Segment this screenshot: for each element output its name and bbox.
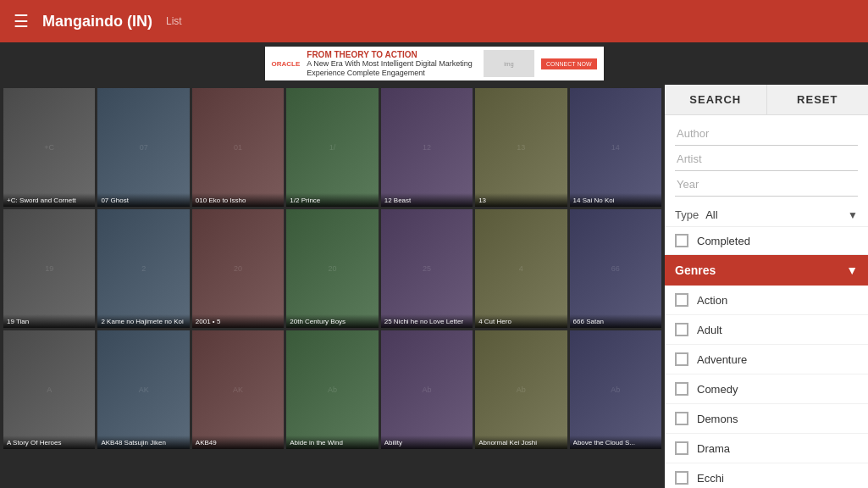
genre-checkbox-drama[interactable] (675, 441, 688, 455)
genre-label-action: Action (697, 294, 727, 307)
artist-input[interactable] (675, 147, 858, 171)
genre-item-ecchi[interactable]: Ecchi (665, 463, 868, 488)
manga-card-image: Ab (286, 330, 378, 449)
genre-checkbox-adventure[interactable] (675, 352, 688, 366)
manga-card-title: Abnormal Kei Joshi (478, 439, 563, 446)
manga-card-image: AK (97, 330, 189, 449)
manga-card[interactable]: 1919 Tian (3, 209, 95, 328)
manga-card[interactable]: AbAbide in the Wind (286, 330, 378, 449)
manga-card-overlay: 13 (475, 193, 567, 207)
manga-card[interactable]: 1313 (475, 88, 567, 207)
genre-item-action[interactable]: Action (665, 286, 868, 315)
manga-card-image: 01 (192, 88, 284, 207)
manga-card-title: 19 Tian (7, 318, 91, 325)
manga-card-image: 13 (475, 88, 567, 207)
manga-card-title: AKB49 (196, 439, 280, 446)
type-dropdown-arrow[interactable]: ▼ (848, 209, 858, 221)
manga-card-image: Ab (570, 330, 661, 449)
manga-card[interactable]: 1212 Beast (381, 88, 473, 207)
search-sidebar: SEARCH RESET Type All ▼ Completed Genres… (665, 85, 868, 488)
manga-card-overlay: 14 Sai No Koi (570, 193, 661, 207)
menu-icon[interactable]: ☰ (14, 11, 29, 31)
genre-item-demons[interactable]: Demons (665, 404, 868, 434)
manga-card[interactable]: 01010 Eko to Issho (192, 88, 284, 207)
type-select[interactable]: All (705, 208, 841, 221)
manga-card[interactable]: AbAbility (381, 330, 473, 449)
main-content: +C+C: Sword and Cornett0707 Ghost01010 E… (0, 85, 868, 488)
manga-card-overlay: +C: Sword and Cornett (3, 193, 95, 207)
manga-card-title: 25 Nichi he no Love Letter (384, 318, 469, 325)
manga-card-title: 14 Sai No Koi (573, 197, 658, 204)
manga-card-title: 2001 • 5 (196, 318, 280, 325)
manga-card-image: 25 (381, 209, 473, 328)
genre-checkbox-ecchi[interactable] (675, 471, 688, 485)
reset-button[interactable]: RESET (767, 85, 869, 114)
year-input[interactable] (675, 173, 858, 197)
manga-card-overlay: Abnormal Kei Joshi (475, 435, 567, 449)
manga-card-image: +C (3, 88, 95, 207)
manga-card[interactable]: 0707 Ghost (97, 88, 189, 207)
manga-card[interactable]: AbAbnormal Kei Joshi (475, 330, 567, 449)
genres-list: ActionAdultAdventureComedyDemonsDramaEcc… (665, 286, 868, 488)
search-button[interactable]: SEARCH (665, 85, 767, 114)
manga-card-title: Above the Cloud S... (573, 439, 658, 446)
manga-card-overlay: 25 Nichi he no Love Letter (381, 314, 473, 328)
genre-label-adult: Adult (697, 324, 722, 336)
genres-title: Genres (675, 263, 716, 277)
type-value: All (705, 208, 717, 221)
manga-card-overlay: Abide in the Wind (286, 435, 378, 449)
site-subtitle: List (166, 15, 182, 27)
manga-card-title: 2 Kame no Hajimete no Koi (101, 318, 185, 325)
genres-header[interactable]: Genres ▼ (665, 255, 868, 286)
genre-checkbox-action[interactable] (675, 293, 688, 307)
manga-card[interactable]: AKAKB49 (192, 330, 284, 449)
manga-card-image: 07 (97, 88, 189, 207)
genres-collapse-icon: ▼ (846, 263, 858, 277)
manga-card[interactable]: 2 2 Kame no Hajimete no Koi (97, 209, 189, 328)
genre-item-comedy[interactable]: Comedy (665, 374, 868, 404)
manga-card-title: Ability (384, 439, 469, 446)
ad-headline: FROM THEORY TO ACTION (307, 50, 477, 59)
manga-card-overlay: 2 Kame no Hajimete no Koi (97, 314, 189, 328)
genre-item-adult[interactable]: Adult (665, 315, 868, 345)
manga-card-image: Ab (475, 330, 567, 449)
manga-card-title: AKB48 Satsujin Jiken (101, 439, 185, 446)
manga-card-image: 1/ (286, 88, 378, 207)
manga-card[interactable]: 2020th Century Boys (286, 209, 378, 328)
completed-checkbox[interactable] (675, 234, 688, 247)
manga-card[interactable]: 1/1/2 Prince (286, 88, 378, 207)
completed-filter-row: Completed (665, 227, 868, 255)
manga-card-overlay: 12 Beast (381, 193, 473, 207)
genre-label-comedy: Comedy (697, 383, 738, 396)
manga-card-overlay: 666 Satan (570, 314, 661, 328)
site-title: Mangaindo (IN) (42, 13, 152, 30)
manga-card[interactable]: A A Story Of Heroes (3, 330, 95, 449)
genre-checkbox-comedy[interactable] (675, 382, 688, 396)
genre-label-ecchi: Ecchi (697, 472, 724, 485)
completed-label: Completed (697, 235, 750, 247)
genre-item-adventure[interactable]: Adventure (665, 345, 868, 374)
genre-checkbox-demons[interactable] (675, 412, 688, 425)
manga-card-image: 2 (97, 209, 189, 328)
manga-card-overlay: Ability (381, 435, 473, 449)
genre-label-drama: Drama (697, 442, 730, 455)
genre-item-drama[interactable]: Drama (665, 434, 868, 463)
type-filter-row: Type All ▼ (665, 203, 868, 227)
manga-card[interactable]: AKAKB48 Satsujin Jiken (97, 330, 189, 449)
genre-checkbox-adult[interactable] (675, 323, 688, 336)
manga-card[interactable]: +C+C: Sword and Cornett (3, 88, 95, 207)
ad-cta-button[interactable]: CONNECT NOW (541, 58, 597, 69)
manga-card-title: 20th Century Boys (290, 318, 374, 325)
manga-card[interactable]: 2525 Nichi he no Love Letter (381, 209, 473, 328)
author-input[interactable] (675, 122, 858, 146)
manga-card[interactable]: AbAbove the Cloud S... (570, 330, 661, 449)
manga-card[interactable]: 1414 Sai No Koi (570, 88, 661, 207)
manga-card-image: A (3, 330, 95, 449)
genre-label-demons: Demons (697, 413, 738, 425)
manga-card[interactable]: 4 4 Cut Hero (475, 209, 567, 328)
sidebar-top-buttons: SEARCH RESET (665, 85, 868, 115)
manga-card[interactable]: 202001 • 5 (192, 209, 284, 328)
ad-content[interactable]: ORACLE FROM THEORY TO ACTION A New Era W… (265, 47, 604, 80)
manga-card[interactable]: 66666 Satan (570, 209, 661, 328)
manga-card-title: 4 Cut Hero (478, 318, 563, 325)
